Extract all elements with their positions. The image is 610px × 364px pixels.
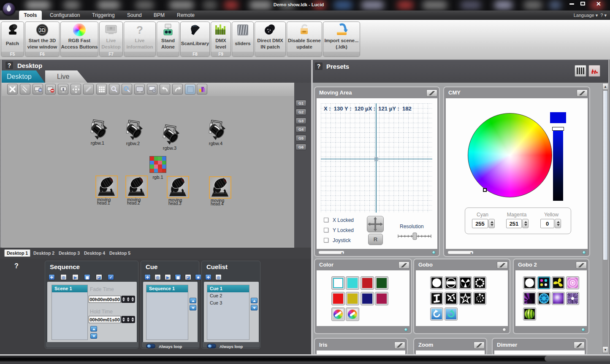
svg-text:3D: 3D <box>39 27 46 33</box>
